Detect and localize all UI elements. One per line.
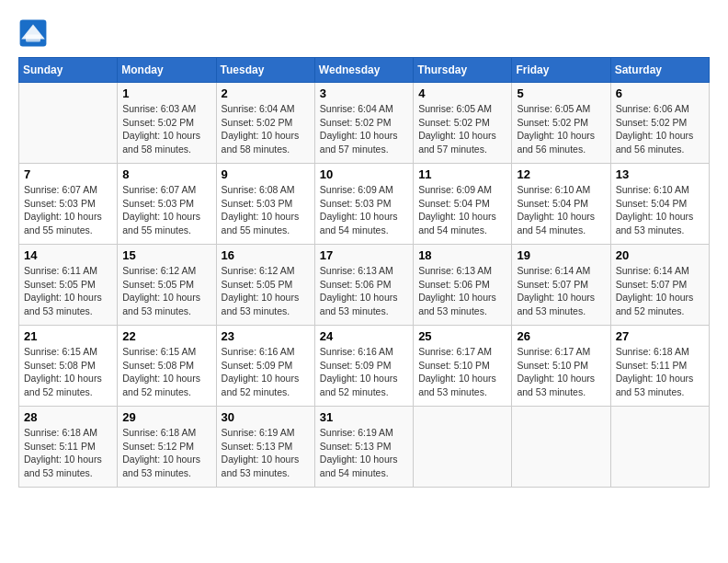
logo: [18, 18, 51, 48]
day-header-saturday: Saturday: [610, 58, 709, 83]
sunrise-label: Sunrise: 6:12 AM: [222, 265, 295, 276]
sunrise-label: Sunrise: 6:16 AM: [222, 346, 295, 357]
day-number: 3: [320, 86, 408, 100]
day-info: Sunrise: 6:13 AM Sunset: 5:06 PM Dayligh…: [418, 264, 506, 318]
daylight-label: Daylight: 10 hours and 52 minutes.: [222, 373, 300, 397]
sunset-label: Sunset: 5:04 PM: [418, 198, 490, 209]
day-info: Sunrise: 6:07 AM Sunset: 5:03 PM Dayligh…: [24, 183, 112, 237]
sunset-label: Sunset: 5:03 PM: [320, 198, 392, 209]
calendar-cell: 13 Sunrise: 6:10 AM Sunset: 5:04 PM Dayl…: [610, 164, 709, 245]
calendar-table: SundayMondayTuesdayWednesdayThursdayFrid…: [18, 57, 710, 488]
daylight-label: Daylight: 10 hours and 53 minutes.: [517, 292, 595, 316]
daylight-label: Daylight: 10 hours and 54 minutes.: [320, 211, 398, 236]
calendar-cell: 3 Sunrise: 6:04 AM Sunset: 5:02 PM Dayli…: [314, 83, 413, 164]
sunrise-label: Sunrise: 6:13 AM: [418, 265, 492, 276]
day-number: 7: [24, 167, 112, 181]
calendar-cell: 19 Sunrise: 6:14 AM Sunset: 5:07 PM Dayl…: [512, 245, 610, 326]
sunset-label: Sunset: 5:05 PM: [24, 279, 96, 290]
sunrise-label: Sunrise: 6:06 AM: [616, 103, 689, 114]
sunrise-label: Sunrise: 6:15 AM: [24, 346, 97, 357]
sunset-label: Sunset: 5:07 PM: [517, 279, 588, 290]
day-info: Sunrise: 6:05 AM Sunset: 5:02 PM Dayligh…: [517, 102, 605, 156]
sunset-label: Sunset: 5:11 PM: [24, 441, 96, 452]
sunset-label: Sunset: 5:02 PM: [418, 117, 490, 128]
daylight-label: Daylight: 10 hours and 54 minutes.: [517, 211, 595, 236]
logo-icon: [18, 18, 48, 48]
day-info: Sunrise: 6:04 AM Sunset: 5:02 PM Dayligh…: [320, 102, 408, 156]
calendar-cell: [414, 407, 512, 488]
calendar-cell: 24 Sunrise: 6:16 AM Sunset: 5:09 PM Dayl…: [314, 326, 413, 407]
sunset-label: Sunset: 5:03 PM: [222, 198, 293, 209]
daylight-label: Daylight: 10 hours and 53 minutes.: [122, 292, 200, 316]
daylight-label: Daylight: 10 hours and 52 minutes.: [122, 373, 200, 397]
calendar-cell: 30 Sunrise: 6:19 AM Sunset: 5:13 PM Dayl…: [216, 407, 314, 488]
sunset-label: Sunset: 5:05 PM: [222, 279, 293, 290]
day-info: Sunrise: 6:06 AM Sunset: 5:02 PM Dayligh…: [616, 102, 704, 156]
day-number: 18: [418, 248, 506, 262]
sunset-label: Sunset: 5:13 PM: [320, 441, 392, 452]
sunrise-label: Sunrise: 6:10 AM: [616, 184, 689, 195]
day-number: 10: [320, 167, 408, 181]
day-number: 31: [320, 410, 408, 424]
calendar-cell: 7 Sunrise: 6:07 AM Sunset: 5:03 PM Dayli…: [19, 164, 118, 245]
daylight-label: Daylight: 10 hours and 53 minutes.: [418, 292, 496, 316]
sunrise-label: Sunrise: 6:11 AM: [24, 265, 97, 276]
calendar-cell: 9 Sunrise: 6:08 AM Sunset: 5:03 PM Dayli…: [216, 164, 314, 245]
calendar-cell: [610, 407, 709, 488]
daylight-label: Daylight: 10 hours and 58 minutes.: [122, 130, 200, 155]
day-header-tuesday: Tuesday: [216, 58, 314, 83]
sunrise-label: Sunrise: 6:09 AM: [320, 184, 393, 195]
day-number: 6: [616, 86, 704, 100]
daylight-label: Daylight: 10 hours and 57 minutes.: [418, 130, 496, 155]
daylight-label: Daylight: 10 hours and 55 minutes.: [24, 211, 102, 236]
day-info: Sunrise: 6:14 AM Sunset: 5:07 PM Dayligh…: [616, 264, 704, 318]
daylight-label: Daylight: 10 hours and 53 minutes.: [122, 454, 200, 478]
day-number: 4: [418, 86, 506, 100]
sunset-label: Sunset: 5:10 PM: [418, 360, 490, 371]
day-info: Sunrise: 6:03 AM Sunset: 5:02 PM Dayligh…: [122, 102, 210, 156]
day-info: Sunrise: 6:05 AM Sunset: 5:02 PM Dayligh…: [418, 102, 506, 156]
sunset-label: Sunset: 5:12 PM: [122, 441, 194, 452]
calendar-cell: 27 Sunrise: 6:18 AM Sunset: 5:11 PM Dayl…: [610, 326, 709, 407]
day-number: 27: [616, 329, 704, 343]
sunset-label: Sunset: 5:10 PM: [517, 360, 588, 371]
week-row-3: 14 Sunrise: 6:11 AM Sunset: 5:05 PM Dayl…: [19, 245, 710, 326]
day-number: 26: [517, 329, 605, 343]
day-info: Sunrise: 6:18 AM Sunset: 5:11 PM Dayligh…: [616, 345, 704, 399]
page-header: [18, 18, 710, 48]
day-number: 9: [222, 167, 310, 181]
calendar-cell: 1 Sunrise: 6:03 AM Sunset: 5:02 PM Dayli…: [118, 83, 216, 164]
day-info: Sunrise: 6:15 AM Sunset: 5:08 PM Dayligh…: [122, 345, 210, 399]
daylight-label: Daylight: 10 hours and 53 minutes.: [616, 373, 694, 397]
daylight-label: Daylight: 10 hours and 52 minutes.: [616, 292, 694, 316]
daylight-label: Daylight: 10 hours and 53 minutes.: [222, 292, 300, 316]
daylight-label: Daylight: 10 hours and 53 minutes.: [24, 292, 102, 316]
sunset-label: Sunset: 5:03 PM: [122, 198, 194, 209]
calendar-cell: 28 Sunrise: 6:18 AM Sunset: 5:11 PM Dayl…: [19, 407, 118, 488]
sunset-label: Sunset: 5:04 PM: [616, 198, 688, 209]
sunset-label: Sunset: 5:06 PM: [418, 279, 490, 290]
day-number: 29: [122, 410, 210, 424]
sunrise-label: Sunrise: 6:18 AM: [122, 427, 196, 438]
day-info: Sunrise: 6:18 AM Sunset: 5:12 PM Dayligh…: [122, 426, 210, 480]
day-number: 19: [517, 248, 605, 262]
sunset-label: Sunset: 5:13 PM: [222, 441, 293, 452]
day-info: Sunrise: 6:16 AM Sunset: 5:09 PM Dayligh…: [320, 345, 408, 399]
daylight-label: Daylight: 10 hours and 53 minutes.: [222, 454, 300, 478]
day-info: Sunrise: 6:18 AM Sunset: 5:11 PM Dayligh…: [24, 426, 112, 480]
sunrise-label: Sunrise: 6:05 AM: [517, 103, 590, 114]
daylight-label: Daylight: 10 hours and 53 minutes.: [418, 373, 496, 397]
sunset-label: Sunset: 5:02 PM: [320, 117, 392, 128]
sunrise-label: Sunrise: 6:07 AM: [24, 184, 97, 195]
sunrise-label: Sunrise: 6:08 AM: [222, 184, 295, 195]
sunrise-label: Sunrise: 6:16 AM: [320, 346, 393, 357]
day-info: Sunrise: 6:17 AM Sunset: 5:10 PM Dayligh…: [418, 345, 506, 399]
calendar-cell: 6 Sunrise: 6:06 AM Sunset: 5:02 PM Dayli…: [610, 83, 709, 164]
day-number: 28: [24, 410, 112, 424]
day-info: Sunrise: 6:11 AM Sunset: 5:05 PM Dayligh…: [24, 264, 112, 318]
sunrise-label: Sunrise: 6:04 AM: [222, 103, 295, 114]
day-info: Sunrise: 6:17 AM Sunset: 5:10 PM Dayligh…: [517, 345, 605, 399]
daylight-label: Daylight: 10 hours and 57 minutes.: [320, 130, 398, 155]
sunset-label: Sunset: 5:11 PM: [616, 360, 688, 371]
sunset-label: Sunset: 5:08 PM: [122, 360, 194, 371]
